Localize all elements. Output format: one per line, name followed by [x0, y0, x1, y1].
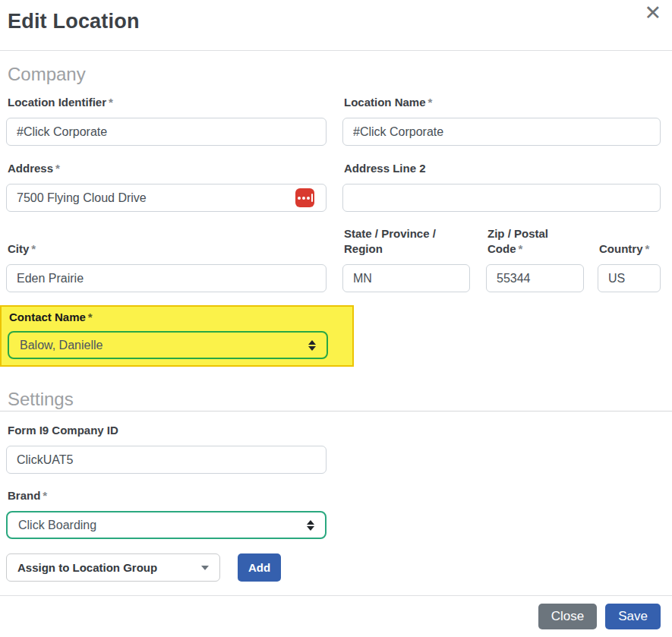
close-icon[interactable]: ✕	[641, 2, 664, 25]
row-identifier-name: Location Identifier* Location Name*	[0, 85, 672, 146]
brand-select[interactable]: Click Boarding	[6, 511, 327, 539]
address-line2-label: Address Line 2	[344, 161, 661, 176]
required-marker: *	[519, 242, 523, 255]
state-label: State / Province / Region	[344, 226, 470, 257]
contact-name-highlight: Contact Name* Balow, Danielle	[0, 305, 354, 367]
address-label: Address*	[8, 161, 327, 176]
required-marker: *	[55, 162, 60, 175]
close-button[interactable]: Close	[538, 604, 597, 629]
contact-name-selected-value: Balow, Danielle	[20, 339, 103, 352]
city-label: City*	[8, 241, 327, 257]
form-i9-input[interactable]	[6, 446, 327, 474]
required-marker: *	[645, 242, 650, 255]
location-group-selected-value: Assign to Location Group	[17, 561, 157, 574]
modal-header: Edit Location ✕	[0, 0, 672, 51]
required-marker: *	[43, 489, 47, 502]
location-identifier-input[interactable]	[6, 118, 327, 146]
form-i9-group: Form I9 Company ID	[0, 423, 327, 474]
location-name-input[interactable]	[342, 118, 661, 146]
location-group-dropdown[interactable]: Assign to Location Group	[6, 553, 220, 582]
brand-group: Brand* Click Boarding	[0, 488, 327, 539]
location-identifier-label: Location Identifier*	[8, 95, 327, 110]
required-marker: *	[428, 96, 433, 109]
contact-name-select[interactable]: Balow, Danielle	[8, 331, 328, 359]
modal-footer: Close Save	[0, 595, 672, 637]
updown-arrows-icon	[307, 520, 314, 531]
updown-arrows-icon	[308, 340, 316, 351]
chevron-down-icon	[201, 566, 209, 570]
save-button[interactable]: Save	[605, 604, 661, 629]
brand-selected-value: Click Boarding	[18, 519, 96, 532]
location-name-label: Location Name*	[344, 95, 661, 110]
row-city-state-zip-country: City* State / Province / Region Zip / Po…	[0, 212, 672, 292]
settings-section-divider: Settings	[0, 389, 672, 412]
form-i9-label: Form I9 Company ID	[8, 423, 327, 438]
country-input[interactable]	[598, 264, 661, 292]
section-heading-company: Company	[8, 64, 672, 85]
add-button[interactable]: Add	[238, 553, 281, 582]
required-marker: *	[109, 96, 113, 109]
brand-label: Brand*	[8, 488, 327, 503]
password-manager-autofill-icon[interactable]	[295, 188, 314, 207]
required-marker: *	[88, 311, 93, 323]
location-group-row: Assign to Location Group Add	[0, 553, 672, 582]
required-marker: *	[31, 242, 36, 255]
page-title: Edit Location	[8, 10, 661, 33]
address-line2-input[interactable]	[342, 184, 661, 212]
zip-label: Zip / Postal Code*	[487, 226, 584, 257]
country-label: Country*	[599, 241, 661, 257]
address-input[interactable]	[6, 184, 327, 212]
city-input[interactable]	[6, 264, 327, 292]
state-input[interactable]	[342, 264, 470, 292]
contact-name-label: Contact Name*	[9, 310, 352, 325]
section-heading-settings: Settings	[8, 389, 672, 411]
row-address: Address* Address Line 2	[0, 146, 672, 212]
zip-input[interactable]	[486, 264, 584, 292]
